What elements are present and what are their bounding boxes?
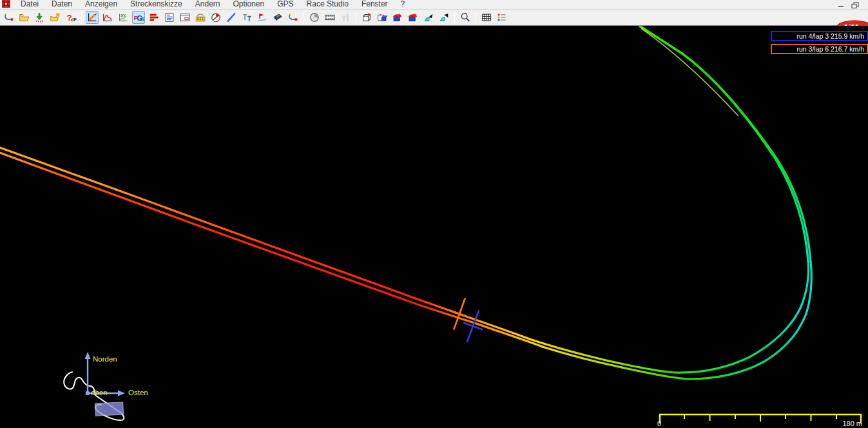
- track-map-canvas[interactable]: Norden Osten oben: [0, 26, 868, 428]
- svg-text:XY: XY: [121, 14, 126, 17]
- scale-bar: 0 180 m: [657, 414, 862, 427]
- restore-button[interactable]: [851, 1, 860, 7]
- gates-icon[interactable]: Y: [339, 11, 352, 24]
- import-data-icon[interactable]: [34, 11, 46, 24]
- open-folder-icon[interactable]: [18, 11, 31, 24]
- compass-east-label: Osten: [128, 389, 148, 396]
- cube-flag-icon[interactable]: [360, 11, 373, 24]
- menu-items: DateiDatenAnzeigenStreckenskizzeÄndernOp…: [14, 0, 411, 8]
- menu-item-streckenskizze[interactable]: Streckenskizze: [124, 0, 189, 8]
- restore-icon: [851, 2, 860, 8]
- pen-icon[interactable]: [225, 11, 238, 24]
- magnifier-icon[interactable]: [459, 11, 472, 24]
- histogram-bars-icon[interactable]: [148, 11, 160, 24]
- compass-north-label: Norden: [93, 355, 117, 363]
- minimap-viewport-rect[interactable]: [95, 402, 124, 416]
- scale-end-label: 180 m: [842, 420, 862, 427]
- svg-text:S: S: [140, 15, 144, 23]
- toolbar-separator: [476, 11, 476, 24]
- split-times-icon[interactable]: [240, 11, 253, 24]
- menu-item-datei[interactable]: Datei: [14, 0, 45, 8]
- toolbar-separator: [304, 11, 304, 24]
- trace-overlap-highlight: [641, 28, 738, 116]
- race-studio-window: DateiDatenAnzeigenStreckenskizzeÄndernOp…: [0, 0, 868, 428]
- svg-text:Y: Y: [342, 14, 347, 22]
- distribution-icon[interactable]: [101, 11, 114, 24]
- toolbar-separator: [81, 11, 82, 24]
- menu-item-anzeigen[interactable]: Anzeigen: [79, 0, 124, 8]
- legend-entry-1[interactable]: run 4/lap 3 215.9 km/h: [771, 31, 868, 41]
- track-flag-icon[interactable]: [256, 11, 269, 24]
- speed-trace-run3-lap6: [0, 27, 811, 379]
- east-arrowhead: [118, 391, 125, 396]
- lap-legend: run 4/lap 3 215.9 km/hrun 3/lap 6 216.7 …: [771, 31, 868, 54]
- compass-widget: Norden Osten oben: [64, 352, 148, 420]
- filmstrip-icon[interactable]: [323, 11, 336, 24]
- eraser-icon[interactable]: [271, 11, 284, 24]
- compass-origin: [86, 391, 90, 395]
- menu-item-race-studio[interactable]: Race Studio: [300, 0, 355, 8]
- north-arrowhead: [85, 352, 91, 359]
- menu-item-gps[interactable]: GPS: [271, 0, 300, 8]
- open-run-icon[interactable]: [3, 11, 15, 24]
- cursor-marker-blue[interactable]: [464, 311, 482, 342]
- report-window-icon[interactable]: [178, 11, 191, 24]
- lap-up-icon[interactable]: [422, 11, 435, 24]
- export-folder-icon[interactable]: [49, 11, 62, 24]
- legend-entry-2[interactable]: run 3/lap 6 216.7 km/h: [771, 44, 868, 54]
- measures-graph-icon[interactable]: [86, 11, 99, 24]
- toolbar-separator: [356, 11, 356, 24]
- window-controls: [836, 1, 860, 7]
- track-map[interactable]: Norden Osten oben: [0, 26, 868, 428]
- minimize-icon: [836, 2, 846, 8]
- open-run-icon[interactable]: [287, 11, 300, 24]
- svg-text:dF: dF: [71, 17, 77, 23]
- helmet-remove-icon[interactable]: [407, 11, 420, 24]
- helmet-add-icon[interactable]: [391, 11, 404, 24]
- menu-item--ndern[interactable]: Ändern: [189, 0, 227, 8]
- menu-item-daten[interactable]: Daten: [45, 0, 79, 8]
- channels-table-icon[interactable]: [194, 11, 207, 24]
- gps-icon[interactable]: PGS: [132, 11, 145, 24]
- xy-graph-icon[interactable]: XY: [117, 11, 130, 24]
- toolbar: ?dFXYPGSY AiM: [0, 9, 868, 26]
- scale-start-label: 0: [657, 420, 661, 427]
- cube-package-icon[interactable]: [376, 11, 389, 24]
- menu-item-fenster[interactable]: Fenster: [355, 0, 394, 8]
- grid-icon[interactable]: [480, 11, 493, 24]
- app-icon[interactable]: [2, 0, 10, 8]
- gauge-icon[interactable]: [209, 11, 222, 24]
- toolbar-separator: [454, 11, 455, 24]
- import-dbf-icon[interactable]: ?dF: [64, 11, 77, 24]
- menu-item-?[interactable]: ?: [394, 0, 412, 8]
- lap-down-icon[interactable]: [438, 11, 450, 24]
- menu-bar: DateiDatenAnzeigenStreckenskizzeÄndernOp…: [0, 0, 868, 9]
- compass-up-label: oben: [91, 389, 108, 396]
- menu-item-optionen[interactable]: Optionen: [227, 0, 271, 8]
- report-icon[interactable]: [163, 11, 176, 24]
- minimize-button[interactable]: [836, 1, 846, 7]
- toolbar-groups: ?dFXYPGSY: [1, 11, 510, 24]
- time-clock-icon[interactable]: [308, 11, 321, 24]
- speed-trace-run4-lap3: [0, 26, 809, 373]
- legend-colors-icon[interactable]: [496, 11, 508, 24]
